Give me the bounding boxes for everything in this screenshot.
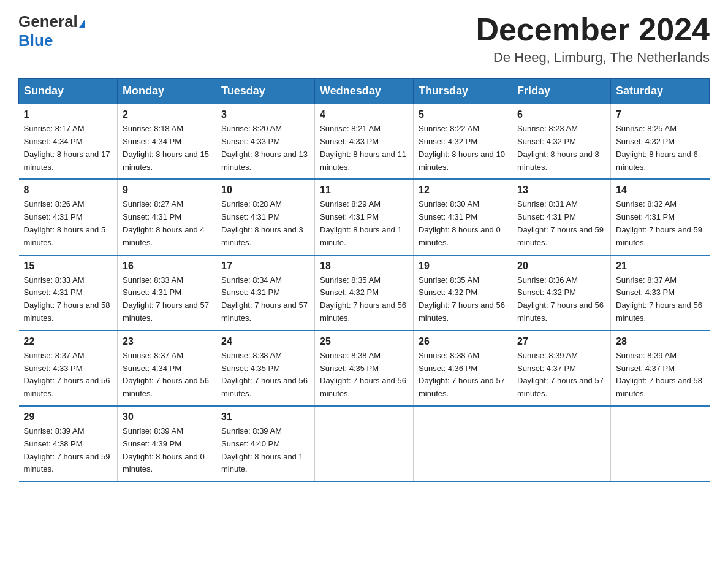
- day-info: Sunrise: 8:33 AM Sunset: 4:31 PM Dayligh…: [24, 274, 113, 325]
- logo-line2: Blue: [18, 31, 85, 50]
- day-info: Sunrise: 8:32 AM Sunset: 4:31 PM Dayligh…: [616, 198, 705, 249]
- day-info: Sunrise: 8:29 AM Sunset: 4:31 PM Dayligh…: [320, 198, 408, 249]
- calendar-cell: 30 Sunrise: 8:39 AM Sunset: 4:39 PM Dayl…: [118, 406, 216, 481]
- day-info: Sunrise: 8:22 AM Sunset: 4:32 PM Dayligh…: [419, 123, 507, 174]
- day-number: 5: [419, 109, 507, 120]
- header-sunday: Sunday: [19, 79, 118, 104]
- calendar-cell: [414, 406, 512, 481]
- day-info: Sunrise: 8:38 AM Sunset: 4:35 PM Dayligh…: [320, 350, 408, 400]
- calendar-body: 1 Sunrise: 8:17 AM Sunset: 4:34 PM Dayli…: [19, 104, 710, 481]
- day-number: 15: [24, 261, 113, 272]
- day-info: Sunrise: 8:34 AM Sunset: 4:31 PM Dayligh…: [221, 274, 309, 325]
- day-number: 19: [419, 261, 507, 272]
- day-number: 10: [221, 185, 309, 196]
- day-info: Sunrise: 8:31 AM Sunset: 4:31 PM Dayligh…: [517, 198, 605, 249]
- day-number: 8: [24, 185, 113, 196]
- calendar-cell: 13 Sunrise: 8:31 AM Sunset: 4:31 PM Dayl…: [512, 179, 611, 255]
- location-subtitle: De Heeg, Limburg, The Netherlands: [476, 50, 710, 66]
- day-number: 20: [517, 261, 605, 272]
- calendar-cell: 28 Sunrise: 8:39 AM Sunset: 4:37 PM Dayl…: [611, 331, 710, 406]
- calendar-cell: 8 Sunrise: 8:26 AM Sunset: 4:31 PM Dayli…: [19, 179, 118, 255]
- header-wednesday: Wednesday: [315, 79, 414, 104]
- calendar-cell: 17 Sunrise: 8:34 AM Sunset: 4:31 PM Dayl…: [216, 255, 315, 331]
- day-number: 12: [419, 185, 507, 196]
- day-number: 18: [320, 261, 408, 272]
- calendar-cell: 6 Sunrise: 8:23 AM Sunset: 4:32 PM Dayli…: [512, 104, 611, 180]
- calendar-cell: 3 Sunrise: 8:20 AM Sunset: 4:33 PM Dayli…: [216, 104, 315, 180]
- day-info: Sunrise: 8:39 AM Sunset: 4:37 PM Dayligh…: [616, 350, 705, 400]
- day-info: Sunrise: 8:27 AM Sunset: 4:31 PM Dayligh…: [123, 198, 211, 249]
- calendar-cell: 31 Sunrise: 8:39 AM Sunset: 4:40 PM Dayl…: [216, 406, 315, 481]
- day-number: 25: [320, 336, 408, 347]
- day-info: Sunrise: 8:33 AM Sunset: 4:31 PM Dayligh…: [123, 274, 211, 325]
- calendar-cell: 21 Sunrise: 8:37 AM Sunset: 4:33 PM Dayl…: [611, 255, 710, 331]
- day-number: 7: [616, 109, 705, 120]
- day-number: 13: [517, 185, 605, 196]
- day-number: 21: [616, 261, 705, 272]
- day-info: Sunrise: 8:39 AM Sunset: 4:39 PM Dayligh…: [123, 425, 211, 476]
- calendar-cell: 19 Sunrise: 8:35 AM Sunset: 4:32 PM Dayl…: [414, 255, 512, 331]
- day-info: Sunrise: 8:38 AM Sunset: 4:36 PM Dayligh…: [419, 350, 507, 400]
- day-info: Sunrise: 8:39 AM Sunset: 4:38 PM Dayligh…: [24, 425, 113, 476]
- day-info: Sunrise: 8:23 AM Sunset: 4:32 PM Dayligh…: [517, 123, 605, 174]
- day-info: Sunrise: 8:39 AM Sunset: 4:40 PM Dayligh…: [221, 425, 309, 476]
- calendar-cell: [611, 406, 710, 481]
- day-number: 14: [616, 185, 705, 196]
- day-number: 23: [123, 336, 211, 347]
- calendar-cell: 29 Sunrise: 8:39 AM Sunset: 4:38 PM Dayl…: [19, 406, 118, 481]
- header-tuesday: Tuesday: [216, 79, 315, 104]
- calendar-cell: 9 Sunrise: 8:27 AM Sunset: 4:31 PM Dayli…: [118, 179, 216, 255]
- calendar-cell: 27 Sunrise: 8:39 AM Sunset: 4:37 PM Dayl…: [512, 331, 611, 406]
- day-number: 1: [24, 109, 113, 120]
- header-thursday: Thursday: [414, 79, 512, 104]
- day-number: 31: [221, 412, 309, 423]
- day-info: Sunrise: 8:38 AM Sunset: 4:35 PM Dayligh…: [221, 350, 309, 400]
- header-monday: Monday: [118, 79, 216, 104]
- day-number: 22: [24, 336, 113, 347]
- day-info: Sunrise: 8:18 AM Sunset: 4:34 PM Dayligh…: [123, 123, 211, 174]
- logo-blue-text: Blue: [18, 31, 53, 50]
- day-info: Sunrise: 8:35 AM Sunset: 4:32 PM Dayligh…: [320, 274, 408, 325]
- logo-general-text: General: [18, 12, 78, 31]
- day-info: Sunrise: 8:37 AM Sunset: 4:33 PM Dayligh…: [616, 274, 705, 325]
- calendar-cell: 15 Sunrise: 8:33 AM Sunset: 4:31 PM Dayl…: [19, 255, 118, 331]
- calendar-cell: 11 Sunrise: 8:29 AM Sunset: 4:31 PM Dayl…: [315, 179, 414, 255]
- calendar-week-row: 1 Sunrise: 8:17 AM Sunset: 4:34 PM Dayli…: [19, 104, 710, 180]
- day-number: 29: [24, 412, 113, 423]
- day-info: Sunrise: 8:30 AM Sunset: 4:31 PM Dayligh…: [419, 198, 507, 249]
- calendar-week-row: 15 Sunrise: 8:33 AM Sunset: 4:31 PM Dayl…: [19, 255, 710, 331]
- calendar-cell: 10 Sunrise: 8:28 AM Sunset: 4:31 PM Dayl…: [216, 179, 315, 255]
- page-header: General Blue December 2024 De Heeg, Limb…: [18, 12, 710, 66]
- logo-line1: General: [18, 12, 85, 31]
- day-info: Sunrise: 8:36 AM Sunset: 4:32 PM Dayligh…: [517, 274, 605, 325]
- calendar-cell: 23 Sunrise: 8:37 AM Sunset: 4:34 PM Dayl…: [118, 331, 216, 406]
- day-number: 27: [517, 336, 605, 347]
- calendar-cell: 24 Sunrise: 8:38 AM Sunset: 4:35 PM Dayl…: [216, 331, 315, 406]
- calendar-header: Sunday Monday Tuesday Wednesday Thursday…: [19, 79, 710, 104]
- day-info: Sunrise: 8:26 AM Sunset: 4:31 PM Dayligh…: [24, 198, 113, 249]
- day-number: 9: [123, 185, 211, 196]
- day-info: Sunrise: 8:35 AM Sunset: 4:32 PM Dayligh…: [419, 274, 507, 325]
- day-info: Sunrise: 8:20 AM Sunset: 4:33 PM Dayligh…: [221, 123, 309, 174]
- calendar-cell: [512, 406, 611, 481]
- calendar-cell: 20 Sunrise: 8:36 AM Sunset: 4:32 PM Dayl…: [512, 255, 611, 331]
- day-number: 3: [221, 109, 309, 120]
- calendar-week-row: 29 Sunrise: 8:39 AM Sunset: 4:38 PM Dayl…: [19, 406, 710, 481]
- day-number: 30: [123, 412, 211, 423]
- day-info: Sunrise: 8:28 AM Sunset: 4:31 PM Dayligh…: [221, 198, 309, 249]
- calendar-table: Sunday Monday Tuesday Wednesday Thursday…: [18, 78, 710, 482]
- day-number: 11: [320, 185, 408, 196]
- calendar-cell: 7 Sunrise: 8:25 AM Sunset: 4:32 PM Dayli…: [611, 104, 710, 180]
- day-info: Sunrise: 8:21 AM Sunset: 4:33 PM Dayligh…: [320, 123, 408, 174]
- day-number: 24: [221, 336, 309, 347]
- logo: General Blue: [18, 12, 85, 50]
- day-info: Sunrise: 8:39 AM Sunset: 4:37 PM Dayligh…: [517, 350, 605, 400]
- calendar-cell: 22 Sunrise: 8:37 AM Sunset: 4:33 PM Dayl…: [19, 331, 118, 406]
- calendar-cell: [315, 406, 414, 481]
- day-number: 26: [419, 336, 507, 347]
- calendar-cell: 2 Sunrise: 8:18 AM Sunset: 4:34 PM Dayli…: [118, 104, 216, 180]
- weekday-header-row: Sunday Monday Tuesday Wednesday Thursday…: [19, 79, 710, 104]
- day-info: Sunrise: 8:25 AM Sunset: 4:32 PM Dayligh…: [616, 123, 705, 174]
- day-number: 16: [123, 261, 211, 272]
- calendar-week-row: 22 Sunrise: 8:37 AM Sunset: 4:33 PM Dayl…: [19, 331, 710, 406]
